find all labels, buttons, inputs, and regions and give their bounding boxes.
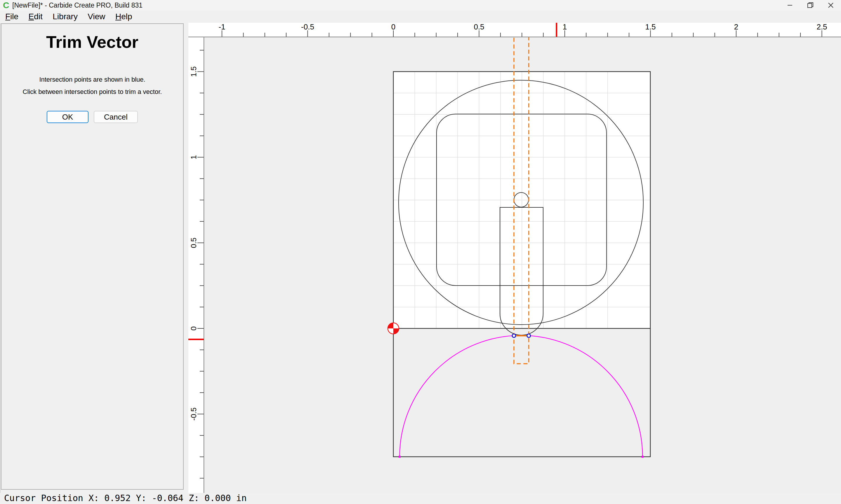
menu-library[interactable]: Library [48,11,82,23]
v-ruler-label: -0.5 [189,408,198,420]
minimize-button[interactable] [780,0,800,11]
cursor-position-readout: Cursor Position X: 0.952 Y: -0.064 Z: 0.… [4,493,247,504]
vertical-ruler: 1.510.50-0.5 [188,23,204,493]
h-ruler-label: -0.5 [301,23,314,31]
origin-marker-quadrant [393,328,399,334]
app-logo-icon: C [3,0,9,10]
restore-button[interactable] [800,0,821,11]
node-marker-right [641,456,643,458]
h-ruler-label: 0.5 [474,23,484,31]
v-ruler-label: 0 [189,326,198,330]
v-ruler-label: 1.5 [189,66,198,77]
menu-file[interactable]: File [1,11,23,23]
origin-marker-quadrant [388,323,393,328]
v-ruler-label: 1 [189,155,198,159]
intersection-point[interactable] [512,334,516,338]
h-ruler-label: 1 [563,23,567,31]
window-title: [NewFile]* - Carbide Create PRO, Build 8… [12,0,142,11]
app-window: C [NewFile]* - Carbide Create PRO, Build… [0,0,841,504]
v-ruler-cursor-indicator [188,339,204,340]
semicircle-vector [400,336,643,457]
title-bar: C [NewFile]* - Carbide Create PRO, Build… [0,0,841,11]
close-button[interactable] [821,0,841,11]
design-canvas[interactable] [204,37,841,493]
h-ruler-label: 2 [734,23,738,31]
instruction-line-1: Intersection points are shown in blue. [1,73,183,86]
menu-edit[interactable]: Edit [24,11,47,23]
dialog-button-row: OK Cancel [1,111,183,123]
horizontal-ruler: -1-0.500.511.522.5 [188,23,841,37]
intersection-point[interactable] [527,334,531,338]
menu-help[interactable]: Help [111,11,137,23]
h-ruler-label: 2.5 [817,23,827,31]
status-bar: Cursor Position X: 0.952 Y: -0.064 Z: 0.… [0,493,841,504]
vector-scene [204,37,841,493]
v-ruler-label: 0.5 [189,237,198,248]
h-ruler-label: 0 [391,23,395,31]
minimize-icon [787,2,793,8]
ok-button[interactable]: OK [47,111,88,123]
trim-vector-panel: Trim Vector Intersection points are show… [1,23,184,490]
menu-view[interactable]: View [83,11,109,23]
panel-title: Trim Vector [1,24,183,54]
instruction-line-2: Click between intersection points to tri… [1,86,183,98]
restore-icon [807,2,813,8]
node-marker-left [399,456,401,458]
h-ruler-label: 1.5 [645,23,656,31]
h-ruler-label: -1 [219,23,225,31]
close-icon [828,2,834,8]
cancel-button[interactable]: Cancel [94,111,138,123]
h-ruler-cursor-indicator [556,23,557,37]
menu-bar: File Edit Library View Help [0,11,841,23]
